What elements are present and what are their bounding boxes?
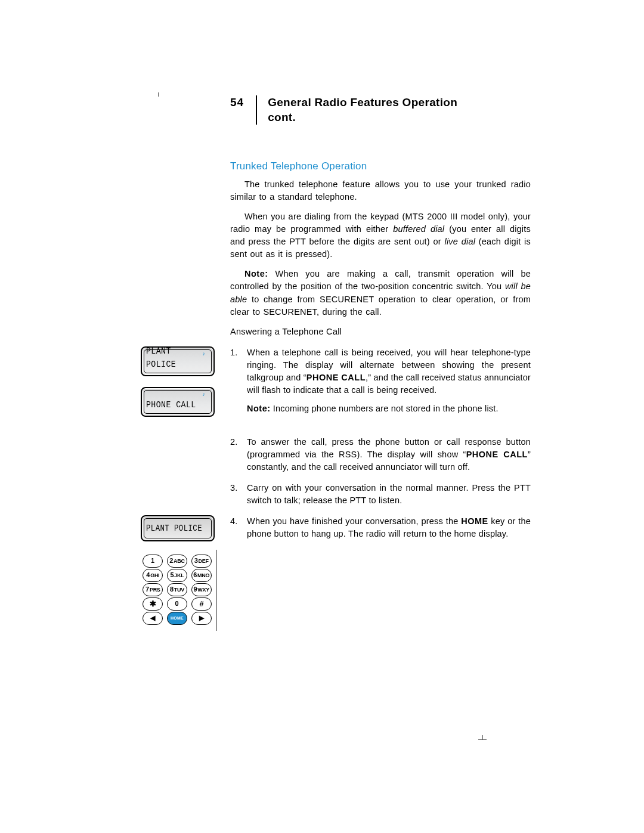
- radio-display: PLANT POLICE: [141, 515, 215, 541]
- key-1[interactable]: 1: [143, 555, 163, 568]
- key-9[interactable]: 9WXY: [191, 583, 212, 596]
- step-number: 1.: [230, 346, 240, 415]
- key-0[interactable]: 0: [167, 597, 187, 611]
- key-5[interactable]: 5JKL: [167, 569, 187, 582]
- step-number: 4.: [230, 515, 240, 540]
- step-text: 1. When a telephone call is being receiv…: [230, 346, 531, 423]
- page-title: General Radio Features Operation cont.: [257, 95, 457, 125]
- crop-mark: [154, 88, 162, 97]
- arrow-right-icon: ▶: [199, 614, 204, 623]
- key-right[interactable]: ▶: [191, 612, 212, 625]
- paragraph: The trunked telephone feature allows you…: [230, 178, 531, 203]
- radio-display: ♪ PHONE CALL: [141, 387, 215, 417]
- display-text: PLANT POLICE: [146, 345, 205, 371]
- paragraph: When you are dialing from the keypad (MT…: [230, 210, 531, 261]
- key-left[interactable]: ◀: [143, 612, 163, 625]
- radio-display: ♪ PLANT POLICE: [141, 346, 215, 376]
- sub-heading: Answering a Telephone Call: [230, 326, 531, 338]
- page-header: 54 General Radio Features Operation cont…: [230, 95, 531, 125]
- key-3[interactable]: 3DEF: [191, 555, 212, 568]
- key-4[interactable]: 4GHI: [143, 569, 163, 582]
- page-number: 54: [230, 95, 256, 110]
- step-row: PLANT POLICE 1 2ABC 3DEF 4GHI 5JKL 6MNO …: [230, 515, 531, 631]
- arrow-left-icon: ◀: [150, 614, 155, 623]
- key-hash[interactable]: #: [191, 597, 212, 611]
- key-7[interactable]: 7PRS: [143, 583, 163, 596]
- manual-page: 54 General Radio Features Operation cont…: [0, 0, 644, 833]
- step-item: 3. Carry on with your conversation in th…: [230, 482, 531, 507]
- crop-mark: [478, 735, 487, 744]
- display-text: PHONE CALL: [146, 399, 196, 412]
- figure-column: PLANT POLICE 1 2ABC 3DEF 4GHI 5JKL 6MNO …: [141, 515, 230, 631]
- keypad: 1 2ABC 3DEF 4GHI 5JKL 6MNO 7PRS 8TUV 9WX…: [141, 550, 216, 631]
- step-text: 4. When you have finished your conversat…: [230, 515, 531, 549]
- key-home[interactable]: HOME: [167, 612, 187, 625]
- title-line-2: cont.: [268, 111, 296, 123]
- display-text: PLANT POLICE: [146, 522, 202, 534]
- step-number: 3.: [230, 482, 240, 507]
- key-2[interactable]: 2ABC: [167, 555, 187, 568]
- music-note-icon: ♪: [203, 391, 206, 398]
- body-column: The trunked telephone feature allows you…: [230, 178, 531, 630]
- step-item: 2. To answer the call, press the phone b…: [230, 436, 531, 473]
- section-heading: Trunked Telephone Operation: [230, 160, 531, 172]
- key-6[interactable]: 6MNO: [191, 569, 212, 582]
- note-paragraph: Note: When you are making a call, transm…: [230, 268, 531, 318]
- step-row: ♪ PLANT POLICE ♪ PHONE CALL 1. When a te…: [230, 346, 531, 428]
- key-star[interactable]: ✱: [143, 597, 163, 611]
- title-line-1: General Radio Features Operation: [268, 96, 457, 109]
- key-8[interactable]: 8TUV: [167, 583, 187, 596]
- figure-column: ♪ PLANT POLICE ♪ PHONE CALL: [141, 346, 230, 428]
- step-number: 2.: [230, 436, 240, 473]
